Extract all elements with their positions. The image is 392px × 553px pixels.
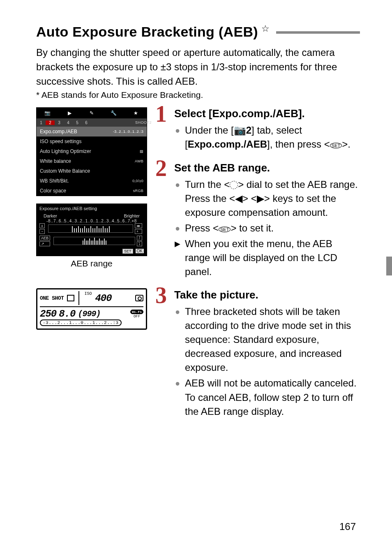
aeb-setting-screenshot: Exposure comp./AEB setting Darker Bright…	[36, 204, 147, 256]
bullet-text: Press <SET> to set it.	[185, 221, 360, 235]
menu-row-label: Color space	[40, 188, 66, 194]
ec-badge: ±	[39, 223, 45, 228]
menu-row-6: Color spacesRGB	[37, 186, 147, 196]
bullet-dot: ●	[174, 123, 181, 151]
subtab-6: 6	[82, 120, 91, 125]
lcd-divider	[78, 291, 79, 305]
lcd-oneshot: ONE SHOT	[40, 295, 64, 301]
subtab-1: 1	[37, 120, 46, 125]
step-2-bullet-2: ▶When you exit the menu, the AEB range w…	[174, 237, 360, 279]
bullet-text: Turn the <> dial to set the AEB range. P…	[185, 178, 360, 220]
bullet-text: Three bracketed shots will be taken acco…	[185, 305, 360, 375]
bullet-dot: ●	[174, 221, 181, 235]
arrow-icon: ▶	[174, 237, 181, 279]
curve-badge: ↗	[39, 241, 50, 246]
menu-row-label: WB Shift/Bkt.	[40, 178, 69, 184]
menu-row-4: Custom White Balance	[37, 166, 147, 176]
camera-subtabs: 1 2 3 4 5 6 SHOOT2	[37, 118, 147, 127]
step-number: 3	[155, 284, 167, 307]
camera-top-tabs: 📷 ▶ ✎ 🔧 ★	[37, 108, 147, 118]
page-title: Auto Exposure Bracketing (AEB)	[36, 24, 258, 40]
minus-badge: −	[39, 229, 45, 234]
title-rule	[276, 31, 360, 34]
bullet-text: When you exit the menu, the AEB range wi…	[185, 237, 360, 279]
aeb-header: Exposure comp./AEB setting	[39, 206, 144, 211]
lcd-panel: ONE SHOT ISO 400 250 8.0 (999) Wi-Fi OFF	[36, 288, 147, 330]
lcd-shots: (999)	[78, 309, 100, 319]
bullet-dot: ●	[174, 376, 181, 418]
step-2-bullet-1: ●Press <SET> to set it.	[174, 221, 360, 235]
subtab-label: SHOOT2	[135, 120, 147, 125]
aeb-scale-numbers: -8..7..6..5..4..3..2..1..0..1..2..3..4..…	[39, 219, 144, 223]
dial-down-icon: ⤵	[137, 241, 142, 246]
step-2: 2 Set the AEB range.●Turn the <> dial to…	[155, 162, 360, 279]
dial-up-icon: ⤴	[137, 236, 142, 241]
lcd-drive-icon	[67, 295, 74, 301]
page-number: 167	[339, 521, 356, 532]
menu-row-value: ▧	[140, 149, 143, 153]
menu-row-label: Custom White Balance	[40, 168, 90, 174]
menu-row-0: Expo.comp./AEB-3..2..1..0..1..2.:3	[37, 127, 147, 137]
lcd-shutter: 250	[40, 308, 56, 319]
step-number: 2	[155, 157, 167, 180]
bullet-text: Under the [📷2] tab, select [Expo.comp./A…	[185, 123, 360, 151]
step-title: Select [Expo.comp./AEB].	[174, 107, 360, 120]
tab-shoot-icon: 📷	[37, 110, 59, 116]
tab-setup-icon: 🔧	[103, 110, 125, 116]
lcd-wifi-state: OFF	[134, 315, 140, 319]
thumb-tab	[386, 257, 392, 275]
label-brighter: Brighter	[124, 213, 140, 218]
step-1: 1 Select [Expo.comp./AEB].●Under the [📷2…	[155, 107, 360, 151]
lcd-wifi-icon: Wi-Fi	[130, 310, 143, 314]
menu-row-2: Auto Lighting Optimizer▧	[37, 146, 147, 156]
subtab-5: 5	[73, 120, 82, 125]
tab-mymenu-icon: ★	[125, 110, 147, 116]
subtab-3: 3	[55, 120, 64, 125]
tab-play-icon: ▶	[59, 110, 81, 116]
menu-row-5: WB Shift/Bkt.0,0/±0	[37, 176, 147, 186]
step-1-bullet-0: ●Under the [📷2] tab, select [Expo.comp./…	[174, 123, 360, 151]
lr-arrows-icon: ◂▸	[135, 223, 142, 228]
menu-row-value: -3..2..1..0..1..2.:3	[113, 130, 143, 134]
step-2-bullet-0: ●Turn the <> dial to set the AEB range. …	[174, 178, 360, 220]
menu-row-3: White balanceAWB	[37, 156, 147, 166]
step-title: Take the picture.	[174, 289, 360, 301]
aeb-badge: AEB	[39, 236, 50, 241]
menu-row-label: White balance	[40, 158, 71, 164]
intro-paragraph: By changing the shutter speed or apertur…	[36, 46, 360, 88]
footnote: * AEB stands for Auto Exposure Bracketin…	[36, 90, 360, 100]
menu-row-value: 0,0/±0	[132, 179, 143, 183]
lcd-iso-label: ISO	[84, 292, 92, 296]
step-3: 3 Take the picture.●Three bracketed shot…	[155, 289, 360, 419]
label-darker: Darker	[44, 213, 57, 218]
menu-row-1: ISO speed settings	[37, 137, 147, 146]
step-3-bullet-1: ●AEB will not be automatically canceled.…	[174, 376, 360, 418]
menu-row-label: ISO speed settings	[40, 139, 81, 144]
subtab-2: 2	[46, 120, 55, 125]
aeb-bar	[53, 237, 135, 245]
lcd-iso-value: 400	[95, 293, 111, 304]
plus-badge: +	[135, 229, 142, 234]
step-3-bullet-0: ●Three bracketed shots will be taken acc…	[174, 305, 360, 375]
lcd-aperture: 8.0	[59, 308, 75, 319]
camera-menu-screenshot: 📷 ▶ ✎ 🔧 ★ 1 2 3 4 5 6 SHOOT2 Expo.comp./…	[36, 107, 147, 196]
menu-row-value: sRGB	[133, 189, 143, 193]
menu-row-label: Auto Lighting Optimizer	[40, 148, 91, 154]
subtab-4: 4	[64, 120, 73, 125]
step-number: 1	[155, 102, 167, 125]
menu-row-value: AWB	[135, 159, 143, 163]
lcd-metering-icon	[135, 295, 143, 301]
aeb-range-caption: AEB range	[36, 259, 147, 268]
menu-row-label: Expo.comp./AEB	[40, 129, 77, 134]
bullet-dot: ●	[174, 178, 181, 220]
step-title: Set the AEB range.	[174, 162, 360, 174]
set-ok: SETOK	[39, 249, 144, 254]
star-icon: ☆	[261, 23, 270, 34]
bullet-dot: ●	[174, 305, 181, 375]
bullet-text: AEB will not be automatically canceled. …	[185, 376, 360, 418]
lcd-hr	[40, 306, 143, 307]
lcd-exposure-scale: -3...2...1...0...1...2..:3	[40, 319, 122, 326]
ec-bar	[48, 224, 133, 233]
tab-custom-icon: ✎	[81, 110, 103, 116]
